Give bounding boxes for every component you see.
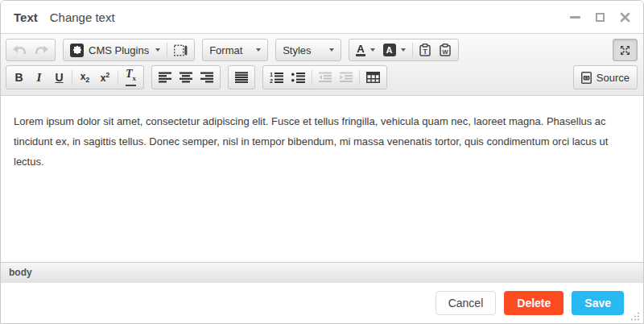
- bulleted-list-icon: [291, 72, 305, 83]
- paste-from-word-button[interactable]: W: [436, 40, 456, 60]
- bold-button[interactable]: B: [9, 68, 29, 87]
- remove-format-button[interactable]: Tx: [121, 68, 141, 87]
- dialog-subtitle: Change text: [50, 10, 115, 24]
- justify-group: [228, 65, 255, 89]
- bulleted-list-button[interactable]: [287, 68, 309, 87]
- align-left-icon: [159, 72, 171, 83]
- list-indent-group: 1 2: [262, 65, 387, 89]
- justify-icon: [235, 72, 248, 83]
- styles-group: Styles: [275, 39, 341, 61]
- close-icon: [620, 12, 630, 23]
- cms-plugins-group: CMS Plugins: [63, 39, 195, 61]
- paste-word-icon: W: [440, 44, 451, 56]
- format-group: Format: [202, 39, 268, 61]
- dialog-footer: Cancel Delete Save: [1, 283, 643, 323]
- toolbar-row-2: B I U x2 x2 Tx: [6, 65, 638, 89]
- maximize-icon: [596, 13, 605, 22]
- maximize-editor-button[interactable]: [613, 39, 638, 61]
- indent-button[interactable]: [336, 68, 357, 87]
- insert-table-button[interactable]: [362, 68, 384, 87]
- close-button[interactable]: [619, 11, 630, 23]
- minimize-icon: [570, 16, 580, 19]
- subscript-button[interactable]: x2: [75, 68, 95, 87]
- dialog-titlebar: Text Change text: [1, 1, 643, 33]
- resize-grip-icon: [631, 312, 640, 321]
- delete-button[interactable]: Delete: [504, 291, 564, 315]
- svg-text:W: W: [442, 48, 448, 56]
- justify-button[interactable]: [231, 68, 252, 87]
- maximize-window-button[interactable]: [594, 11, 605, 23]
- outdent-icon: [319, 72, 332, 83]
- superscript-button[interactable]: x2: [95, 68, 115, 87]
- editor-content[interactable]: Lorem ipsum dolor sit amet, consectetur …: [1, 96, 643, 262]
- styles-dropdown[interactable]: Styles: [279, 40, 338, 60]
- window-controls: [569, 11, 630, 23]
- text-color-icon: A: [356, 44, 365, 56]
- align-center-button[interactable]: [175, 68, 196, 87]
- align-left-button[interactable]: [155, 68, 175, 87]
- show-blocks-icon: [174, 44, 188, 56]
- source-icon: [581, 72, 592, 84]
- undo-button[interactable]: [9, 40, 31, 60]
- outdent-button[interactable]: [315, 68, 336, 87]
- chevron-down-icon: [155, 48, 160, 52]
- separator: [72, 70, 72, 85]
- undo-group: [6, 39, 56, 61]
- element-path-body[interactable]: body: [9, 267, 32, 278]
- chevron-down-icon: [370, 48, 375, 52]
- chevron-down-icon: [401, 48, 406, 52]
- chevron-down-icon: [329, 48, 334, 52]
- svg-text:1: 1: [270, 72, 273, 77]
- format-label: Format: [209, 44, 242, 56]
- styles-label: Styles: [283, 44, 311, 56]
- dialog-title: Text: [14, 10, 38, 24]
- change-text-dialog: Text Change text: [0, 0, 644, 324]
- basicstyles-group: B I U x2 x2 Tx: [6, 65, 144, 89]
- separator: [312, 70, 312, 85]
- editor-paragraph[interactable]: Lorem ipsum dolor sit amet, consectetur …: [14, 111, 630, 172]
- paste-text-icon: T: [419, 44, 431, 56]
- alignment-group: [151, 65, 221, 89]
- cms-plugins-button[interactable]: CMS Plugins: [66, 40, 164, 60]
- show-blocks-button[interactable]: [170, 40, 192, 60]
- background-color-button[interactable]: A: [379, 40, 410, 60]
- underline-button[interactable]: U: [49, 68, 69, 87]
- table-icon: [366, 72, 380, 83]
- color-paste-group: A A T: [349, 39, 458, 61]
- cms-plugins-label: CMS Plugins: [89, 44, 149, 56]
- minimize-button[interactable]: [569, 11, 580, 23]
- source-label: Source: [597, 72, 630, 84]
- indent-icon: [340, 72, 353, 83]
- undo-icon: [13, 45, 27, 55]
- cancel-button[interactable]: Cancel: [436, 291, 497, 315]
- toolbar-row-1: CMS Plugins Format: [6, 39, 638, 61]
- chevron-down-icon: [256, 48, 261, 52]
- element-path-bar: body: [1, 262, 643, 283]
- fullscreen-icon: [619, 44, 631, 56]
- align-right-button[interactable]: [196, 68, 217, 87]
- format-dropdown[interactable]: Format: [205, 40, 265, 60]
- redo-button[interactable]: [31, 40, 52, 60]
- separator: [359, 70, 360, 85]
- numbered-list-icon: 1 2: [270, 72, 283, 83]
- redo-icon: [35, 45, 48, 55]
- paste-as-text-button[interactable]: T: [415, 40, 436, 60]
- align-right-icon: [200, 72, 213, 83]
- text-color-button[interactable]: A: [352, 40, 378, 60]
- align-center-icon: [180, 72, 192, 83]
- svg-text:2: 2: [270, 78, 273, 83]
- puzzle-icon: [70, 44, 84, 57]
- separator: [412, 43, 413, 57]
- background-color-icon: A: [383, 44, 396, 56]
- resize-grip[interactable]: [631, 312, 640, 321]
- italic-button[interactable]: I: [29, 68, 49, 87]
- numbered-list-button[interactable]: 1 2: [266, 68, 287, 87]
- separator: [118, 70, 118, 85]
- source-button[interactable]: Source: [573, 65, 638, 89]
- save-button[interactable]: Save: [572, 291, 624, 315]
- separator: [167, 43, 167, 57]
- editor-toolbar: CMS Plugins Format: [1, 33, 643, 96]
- svg-text:T: T: [423, 48, 427, 56]
